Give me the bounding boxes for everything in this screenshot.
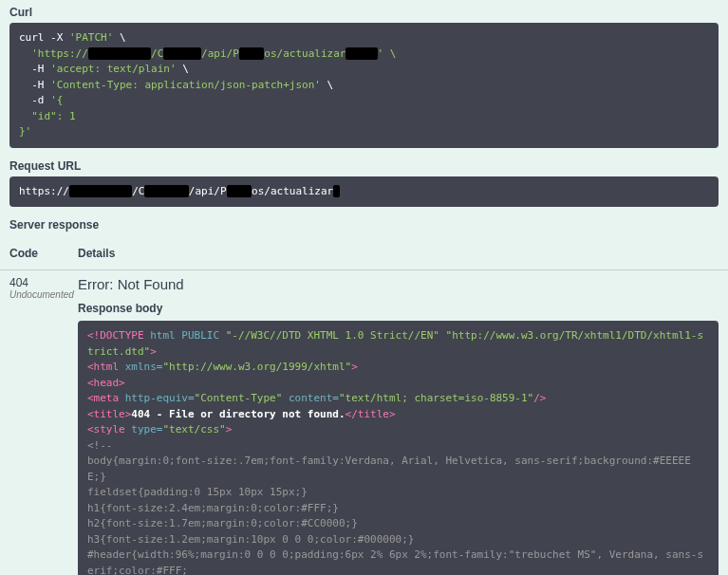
error-title: Error: Not Found xyxy=(78,276,719,292)
redacted: xxxx xyxy=(239,47,265,60)
curl-label: Curl xyxy=(9,6,719,19)
t: \ xyxy=(177,63,189,75)
t: > xyxy=(150,345,157,358)
response-body-block[interactable]: <!DOCTYPE html PUBLIC "-//W3C//DTD XHTML… xyxy=(78,321,719,575)
t: type= xyxy=(131,423,162,436)
t: <html xyxy=(87,361,125,373)
t: html xyxy=(150,329,181,342)
t: /api/P xyxy=(201,47,239,60)
t: /api/P xyxy=(189,185,227,197)
t: \ xyxy=(113,31,125,44)
t: <meta xyxy=(87,392,125,404)
t: "text/html; charset=iso-8859-1" xyxy=(339,392,533,404)
t: "text/css" xyxy=(162,423,225,436)
t: 404 - File or directory not found. xyxy=(131,408,345,420)
redacted: x xyxy=(333,185,340,197)
t: curl -X xyxy=(19,31,69,44)
curl-block[interactable]: curl -X 'PATCH' \ 'https://xxx xxx xx/Cx… xyxy=(9,23,719,148)
t: -H xyxy=(19,63,50,75)
redacted: xxxxxxx xyxy=(144,185,188,197)
t: <title> xyxy=(87,408,131,420)
t: xmlns= xyxy=(125,361,163,373)
status-code: 404 xyxy=(9,276,78,289)
redacted: xxxxxx xyxy=(163,47,201,60)
t: /C xyxy=(151,47,163,60)
t: ' \ xyxy=(378,47,397,60)
request-url-block[interactable]: https://xxx xxx xx/Cxxxxxxx/api/Pxxxxos/… xyxy=(9,176,719,208)
t: <head> xyxy=(87,377,125,389)
t: "Content-Type" xyxy=(195,392,283,404)
t: 'Content-Type: application/json-patch+js… xyxy=(50,79,321,91)
t: <!-- xyxy=(87,439,113,452)
t: h2{font-size:1.7em;margin:0;color:#CC000… xyxy=(87,517,358,529)
t: PUBLIC xyxy=(181,329,225,342)
code-header: Code xyxy=(9,243,78,264)
divider xyxy=(0,269,728,270)
t: h1{font-size:2.4em;margin:0;color:#FFF;} xyxy=(87,502,339,514)
redacted: xxx xxx xx xyxy=(69,185,132,197)
t: 'PATCH' xyxy=(69,31,113,44)
t: <style xyxy=(87,423,131,436)
request-url-label: Request URL xyxy=(9,159,719,173)
t: https:// xyxy=(19,185,69,197)
t: #header{width:96%;margin:0 0 0 0;padding… xyxy=(87,548,703,575)
t: > xyxy=(226,423,233,436)
t: body{margin:0;font-size:.7em;font-family… xyxy=(87,454,691,483)
t: \ xyxy=(321,79,333,91)
redacted: xxxxx xyxy=(345,47,377,60)
t: os/actualizar xyxy=(264,47,345,60)
t: -d xyxy=(19,94,50,106)
t: 'https:// xyxy=(19,47,88,60)
undocumented-label: Undocumented xyxy=(9,289,78,300)
response-body-label: Response body xyxy=(78,302,719,315)
redacted: xxx xxx xx xyxy=(88,47,151,60)
redacted: xxxx xyxy=(227,185,252,197)
t: '{ xyxy=(50,94,63,106)
t: fieldset{padding:0 15px 10px 15px;} xyxy=(87,486,308,498)
t: }' xyxy=(19,125,31,138)
t: "http://www.w3.org/1999/xhtml" xyxy=(163,361,352,373)
server-response-label: Server response xyxy=(9,218,719,232)
t: 'accept: text/plain' xyxy=(50,63,176,75)
t: h3{font-size:1.2em;margin:10px 0 0 0;col… xyxy=(87,533,414,546)
t: -H xyxy=(19,79,50,91)
t: > xyxy=(351,361,358,373)
t: http-equiv= xyxy=(125,392,195,404)
t: <!DOCTYPE xyxy=(87,329,150,342)
t: "id": 1 xyxy=(19,110,76,122)
t: content= xyxy=(282,392,339,404)
t: os/actualizar xyxy=(252,185,333,197)
details-header: Details xyxy=(78,243,719,264)
t: /C xyxy=(132,185,144,197)
t: </title> xyxy=(345,408,396,420)
t: /> xyxy=(533,392,546,404)
